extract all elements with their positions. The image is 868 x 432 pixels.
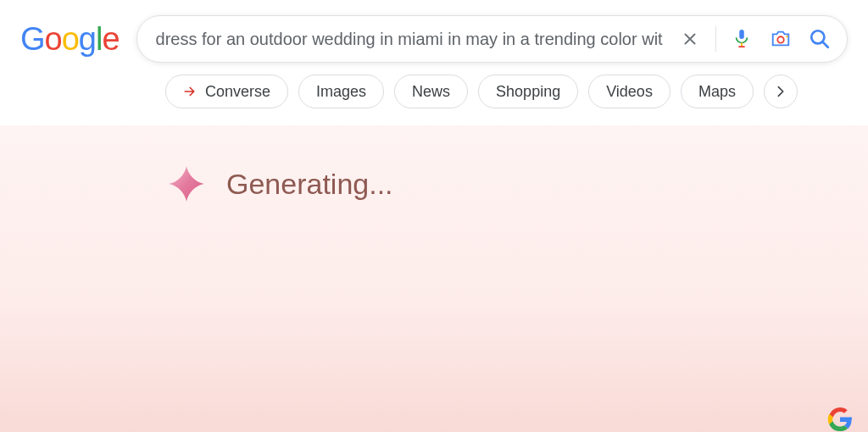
filter-videos[interactable]: Videos xyxy=(588,75,670,108)
divider xyxy=(715,26,716,52)
generating-text: Generating... xyxy=(226,168,393,201)
svg-rect-0 xyxy=(739,30,744,39)
search-bar xyxy=(136,15,848,63)
camera-icon[interactable] xyxy=(764,22,798,56)
filter-converse[interactable]: Converse xyxy=(165,75,288,108)
svg-point-4 xyxy=(786,36,787,37)
search-icon[interactable] xyxy=(803,22,837,56)
chevron-right-icon xyxy=(774,85,787,98)
header-bar: Google xyxy=(0,0,868,75)
clear-icon[interactable] xyxy=(673,22,707,56)
filter-maps[interactable]: Maps xyxy=(681,75,754,108)
sparkle-icon xyxy=(165,163,208,205)
filter-label: Maps xyxy=(698,83,736,101)
filter-label: Videos xyxy=(606,83,653,101)
filter-news[interactable]: News xyxy=(394,75,468,108)
filter-row: Converse Images News Shopping Videos Map… xyxy=(0,75,868,125)
filter-label: News xyxy=(412,83,450,101)
filter-label: Shopping xyxy=(496,83,560,101)
svg-line-6 xyxy=(822,42,828,47)
google-g-icon xyxy=(827,407,853,432)
search-input[interactable] xyxy=(156,30,673,49)
generating-panel: Generating... xyxy=(0,125,868,432)
svg-point-3 xyxy=(777,36,783,42)
generating-row: Generating... xyxy=(165,163,868,205)
more-filters-button[interactable] xyxy=(764,75,798,108)
filter-label: Images xyxy=(316,83,366,101)
filter-shopping[interactable]: Shopping xyxy=(478,75,578,108)
filter-label: Converse xyxy=(205,83,270,101)
filter-images[interactable]: Images xyxy=(298,75,384,108)
converse-icon xyxy=(183,84,198,99)
google-logo[interactable]: Google xyxy=(20,21,120,58)
mic-icon[interactable] xyxy=(725,22,759,56)
